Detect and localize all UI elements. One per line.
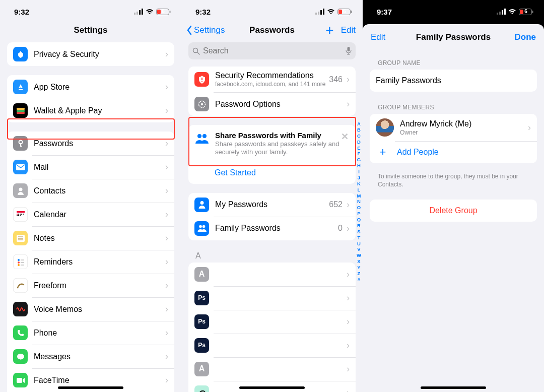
row-label: Calendar	[34, 210, 165, 219]
row-account[interactable]: Ps›	[188, 310, 356, 334]
edit-button[interactable]: Edit	[371, 32, 385, 42]
index-N[interactable]: N	[357, 199, 361, 205]
row-account[interactable]: A›	[188, 357, 356, 381]
group-password-lists: My Passwords 652› Family Passwords 0›	[188, 193, 356, 240]
row-member[interactable]: Andrew Myrick (Me) Owner ›	[370, 114, 537, 141]
home-indicator[interactable]	[421, 386, 486, 389]
index-U[interactable]: U	[357, 241, 361, 247]
svg-point-29	[18, 259, 20, 261]
invite-footnote: To invite someone to the group, they mus…	[363, 172, 544, 188]
svg-rect-66	[520, 10, 523, 14]
back-button[interactable]: Settings	[186, 25, 225, 35]
row-voicememos[interactable]: Voice Memos›	[7, 297, 174, 321]
row-password-options[interactable]: Password Options ›	[188, 92, 356, 116]
close-icon[interactable]: ✕	[341, 131, 350, 142]
group-members-header: GROUP MEMBERS	[363, 104, 544, 114]
svg-rect-32	[21, 259, 24, 260]
index-#[interactable]: #	[358, 277, 360, 283]
svg-point-55	[200, 103, 202, 105]
wifi-icon	[508, 9, 516, 15]
row-reminders[interactable]: Reminders›	[7, 250, 174, 274]
chevron-icon: ›	[347, 293, 350, 303]
done-button[interactable]: Done	[515, 32, 536, 42]
nav-bar: Settings Passwords + Edit	[181, 19, 363, 41]
index-T[interactable]: T	[358, 235, 361, 241]
index-B[interactable]: B	[357, 127, 361, 133]
alphabet-index[interactable]: ABCDEFGHIJKLMNOPQRSTUVWXYZ#	[357, 121, 361, 283]
home-indicator[interactable]	[58, 386, 123, 389]
index-C[interactable]: C	[357, 133, 361, 139]
row-contacts[interactable]: Contacts›	[7, 179, 174, 203]
chevron-icon: ›	[347, 364, 350, 374]
site-icon: A	[194, 267, 209, 282]
add-people-label: Add People	[397, 148, 439, 157]
svg-point-31	[18, 264, 20, 266]
chevron-icon: ›	[165, 82, 168, 92]
index-P[interactable]: P	[357, 211, 360, 217]
index-A[interactable]: A	[357, 121, 361, 127]
svg-rect-64	[504, 9, 506, 15]
index-H[interactable]: H	[357, 163, 361, 169]
row-get-started[interactable]: Get Started	[188, 162, 356, 184]
index-O[interactable]: O	[357, 205, 361, 211]
svg-point-57	[202, 134, 207, 138]
index-D[interactable]: D	[357, 139, 361, 145]
row-label: Wallet & Apple Pay	[34, 106, 165, 115]
site-icon: Ps	[194, 291, 209, 305]
mic-icon[interactable]	[346, 47, 352, 55]
svg-rect-67	[532, 11, 533, 13]
get-started-link: Get Started	[215, 168, 256, 177]
row-phone[interactable]: Phone›	[7, 321, 174, 345]
index-J[interactable]: J	[358, 175, 360, 181]
index-I[interactable]: I	[358, 169, 360, 175]
index-S[interactable]: S	[357, 229, 360, 235]
index-G[interactable]: G	[357, 157, 361, 163]
index-F[interactable]: F	[358, 151, 361, 157]
row-notes[interactable]: Notes›	[7, 226, 174, 250]
delete-group-button: Delete Group	[376, 206, 531, 215]
row-wallet[interactable]: Wallet & Apple Pay ›	[7, 99, 174, 122]
index-L[interactable]: L	[358, 187, 361, 193]
index-Z[interactable]: Z	[358, 271, 361, 277]
index-M[interactable]: M	[357, 193, 361, 199]
row-label: Messages	[34, 352, 165, 361]
home-indicator[interactable]	[239, 386, 305, 389]
chevron-icon: ›	[165, 351, 168, 362]
index-E[interactable]: E	[357, 145, 360, 151]
index-R[interactable]: R	[357, 223, 361, 229]
index-Q[interactable]: Q	[357, 217, 361, 223]
row-passwords[interactable]: Passwords›	[7, 132, 174, 155]
group-name-input[interactable]	[376, 74, 531, 87]
row-freeform[interactable]: Freeform›	[7, 274, 174, 297]
edit-button[interactable]: Edit	[341, 25, 356, 35]
nav-bar: Settings	[0, 19, 181, 41]
row-my-passwords[interactable]: My Passwords 652›	[188, 193, 356, 217]
search-field[interactable]	[188, 42, 356, 59]
count-badge: 0	[338, 224, 343, 233]
row-family-passwords[interactable]: Family Passwords 0›	[188, 217, 356, 240]
row-account[interactable]: Ps›	[188, 286, 356, 310]
row-calendar[interactable]: Calendar›	[7, 203, 174, 226]
row-label: Password Options	[215, 100, 347, 109]
row-delete-group[interactable]: Delete Group	[370, 200, 537, 222]
row-privacy-security[interactable]: Privacy & Security ›	[7, 42, 174, 66]
index-K[interactable]: K	[357, 181, 361, 187]
row-group-name[interactable]	[370, 70, 537, 92]
row-label: My Passwords	[215, 200, 329, 209]
row-add-people[interactable]: + Add People	[370, 141, 537, 163]
index-V[interactable]: V	[357, 246, 360, 252]
row-mail[interactable]: Mail›	[7, 155, 174, 179]
row-account[interactable]: Ps›	[188, 334, 356, 357]
add-button[interactable]: +	[325, 26, 333, 35]
index-Y[interactable]: Y	[357, 265, 360, 271]
freeform-icon	[13, 278, 28, 293]
row-security-recommendations[interactable]: Security Recommendations facebook.com, i…	[188, 67, 356, 92]
index-W[interactable]: W	[357, 252, 361, 258]
row-app-store[interactable]: App Store ›	[7, 75, 174, 99]
svg-rect-51	[348, 47, 350, 51]
search-input[interactable]	[203, 46, 343, 55]
row-account[interactable]: A›	[188, 263, 356, 286]
row-messages[interactable]: Messages›	[7, 345, 174, 368]
row-label: Family Passwords	[215, 224, 338, 233]
index-X[interactable]: X	[357, 258, 360, 265]
